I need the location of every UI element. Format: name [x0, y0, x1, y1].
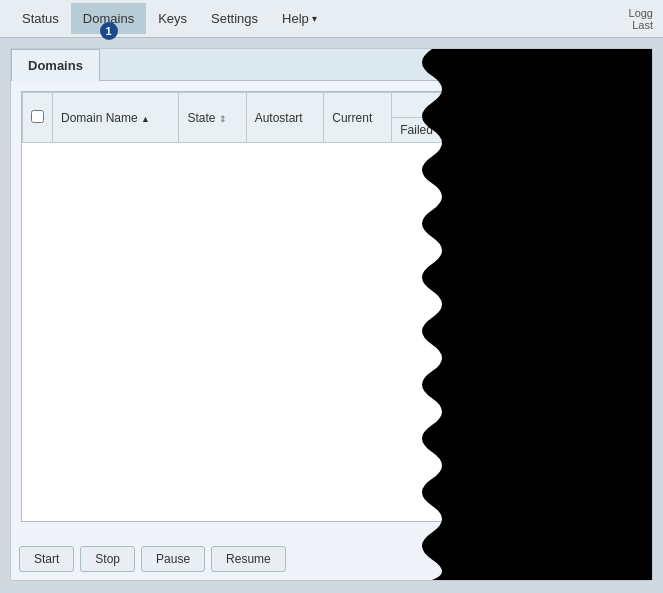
- logged-info-text: Logg: [629, 7, 653, 19]
- add-badge: 2: [501, 537, 519, 555]
- col-autostart-header: Autostart: [246, 93, 324, 143]
- col-domain-name-header[interactable]: Domain Name: [53, 93, 179, 143]
- tab-domains-label: Domains: [28, 58, 83, 73]
- nav-status-label: Status: [22, 11, 59, 26]
- logged-info: Logg Last: [629, 7, 653, 31]
- nav-status[interactable]: Status: [10, 3, 71, 34]
- col-state-header[interactable]: State: [179, 93, 246, 143]
- bottom-action-bar: Start Stop Pause Resume 2 Add Edit De: [19, 546, 644, 572]
- col-failed-header[interactable]: Failed: [392, 118, 465, 143]
- col-failed2-header[interactable]: Failed: [568, 118, 641, 143]
- edit-button[interactable]: Edit: [542, 546, 593, 572]
- nav-domains[interactable]: Domains 1: [71, 3, 146, 34]
- delete-button[interactable]: De: [599, 546, 644, 572]
- col-successful-header[interactable]: Successful: [465, 118, 568, 143]
- nav-help[interactable]: Help ▾: [270, 3, 329, 34]
- start-button[interactable]: Start: [19, 546, 74, 572]
- add-button[interactable]: 2 Add: [485, 546, 536, 572]
- domains-table: Domain Name State Autostart Current Logi…: [22, 92, 641, 423]
- nav-keys[interactable]: Keys: [146, 3, 199, 34]
- logins-group-header: Logins: [392, 93, 641, 118]
- col-current-header: Current: [324, 93, 392, 143]
- nav-keys-label: Keys: [158, 11, 187, 26]
- pause-button[interactable]: Pause: [141, 546, 205, 572]
- table-select-all-header: [23, 93, 53, 143]
- table-empty-row: [23, 143, 641, 423]
- nav-help-label: Help: [282, 11, 309, 26]
- select-all-checkbox[interactable]: [31, 110, 44, 123]
- stop-button[interactable]: Stop: [80, 546, 135, 572]
- tab-domains[interactable]: Domains: [11, 49, 100, 81]
- domains-table-container: Domain Name State Autostart Current Logi…: [21, 91, 642, 522]
- nav-domains-badge: 1: [100, 22, 118, 40]
- main-content: Domains Domain Name State Autostart: [10, 48, 653, 581]
- nav-bar: Status Domains 1 Keys Settings Help ▾ Lo…: [0, 0, 663, 38]
- nav-settings-label: Settings: [211, 11, 258, 26]
- tab-bar: Domains: [11, 49, 652, 81]
- logged-sub-text: Last: [629, 19, 653, 31]
- nav-settings[interactable]: Settings: [199, 3, 270, 34]
- nav-help-arrow-icon: ▾: [312, 13, 317, 24]
- resume-button[interactable]: Resume: [211, 546, 286, 572]
